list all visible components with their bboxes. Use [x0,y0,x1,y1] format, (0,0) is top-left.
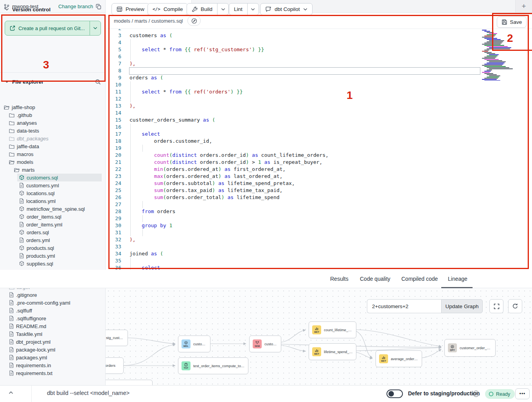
file-item-README.md[interactable]: README.md [7,322,102,330]
file-item-dbt_packages[interactable]: dbt_packages [7,135,102,142]
minimap-line [484,66,506,67]
file-item-.github[interactable]: .github [7,111,102,119]
lineage-selector-input[interactable] [367,299,441,313]
lineage-node-stg_customers[interactable]: MDLstg_customers [106,330,128,346]
chevron-down-icon[interactable] [90,21,101,35]
file-item-requirements.txt[interactable]: requirements.txt [7,369,102,377]
file-item-label: jaffle-data [17,144,39,149]
chevron-down-icon [5,80,9,83]
lineage-node-customer_order_metrics[interactable]: QRYcustomer_order_metrics [444,339,496,357]
ready-circle-icon [489,391,494,397]
file-item-orders.sql[interactable]: orders.sql [17,228,102,236]
file-item-jaffle-data[interactable]: jaffle-data [7,142,102,150]
file-item-supplies.sql[interactable]: supplies.sql [17,260,102,267]
file-item-label: customers.sql [27,175,58,181]
file-item-order_items.yml[interactable]: order_items.yml [17,221,102,228]
external-link-icon [10,25,15,31]
build-dropdown-chevron-icon[interactable] [217,4,228,15]
minimap-line [484,38,497,39]
indent-guide [142,215,143,222]
file-item-label: macros [17,151,34,157]
code-line: select * from {{ ref('stg_customers') }} [129,46,264,53]
file-item-package-lock.yml[interactable]: package-lock.yml [7,346,102,354]
code-line: select [129,131,160,138]
create-pull-request-button[interactable]: Create a pull request on Git... [5,21,101,36]
minimap-line [482,72,490,73]
doc-icon [19,183,24,188]
help-icon[interactable]: ? [473,391,479,397]
compile-button[interactable]: </>Compile [147,3,188,15]
lint-button[interactable]: Lint [229,3,259,15]
status-badge[interactable]: Ready [485,389,515,399]
copilot-icon[interactable] [187,16,201,26]
save-button[interactable]: Save [497,16,527,28]
line-number: 16 [106,124,121,131]
lint-dropdown-chevron-icon[interactable] [247,4,259,15]
tab-code-quality[interactable]: Code quality [360,270,390,288]
file-explorer-section[interactable]: File explorer [0,75,106,88]
file-item-.sqlfluff[interactable]: .sqlfluff [7,307,102,314]
minimap-line [489,68,513,69]
lineage-node-customers[interactable]: SEMcustomers [249,336,281,352]
file-item-label: dbt_project.yml [16,339,50,345]
code-editor[interactable]: 23customers as (45 select * from {{ ref(… [106,29,532,270]
defer-toggle[interactable] [386,389,403,398]
file-item-orders.yml[interactable]: orders.yml [17,236,102,244]
tab-lineage[interactable]: Lineage [448,270,467,288]
file-item-customers.yml[interactable]: customers.yml [17,181,102,189]
file-item-jaffle-shop[interactable]: jaffle-shop [2,103,102,111]
line-number: 21 [106,159,121,166]
file-item-metricflow_time_spine.sql[interactable]: metricflow_time_spine.sql [17,205,102,213]
file-item-macros[interactable]: macros [7,150,102,158]
file-item-locations.sql[interactable]: locations.sql [17,189,102,197]
minimap-line [489,54,499,55]
lineage-node-test_order_items_compute_to_bools...[interactable]: TSTtest_order_items_compute_to_bools... [178,357,248,374]
collapse-chevron-icon[interactable] [9,391,13,394]
code-line: sum(orders.subtotal) as lifetime_spend_p… [129,180,295,187]
file-item-analyses[interactable]: analyses [7,119,102,127]
editor-minimap[interactable] [482,30,515,81]
file-item-label: jaffle-shop [12,104,35,110]
file-item-.gitignore[interactable]: .gitignore [7,291,102,299]
plus-icon: + [521,2,526,11]
lineage-node-orders[interactable]: MDLorders [106,357,124,374]
file-item-products.yml[interactable]: products.yml [17,252,102,260]
lineage-node-lifetime_spend_pretax[interactable]: METlifetime_spend_pretax [309,343,356,360]
lineage-node-customers[interactable]: MDLcustomers [178,336,210,352]
file-item-packages.yml[interactable]: packages.yml [7,354,102,361]
file-item-products.sql[interactable]: products.sql [17,244,102,252]
build-button[interactable]: Build [187,3,229,15]
file-item-data-tests[interactable]: data-tests [7,127,102,135]
file-item-locations.yml[interactable]: locations.yml [17,197,102,205]
lineage-node-partial[interactable] [106,380,153,385]
dbt-copilot-button[interactable]: dbt Copilot [260,3,313,15]
model-icon [19,206,24,212]
tab-results[interactable]: Results [330,270,349,288]
file-item-marts[interactable]: marts [12,166,102,174]
file-item-.sqlfluffignore[interactable]: .sqlfluffignore [7,314,102,322]
file-item-requirements.in[interactable]: requirements.in [7,361,102,369]
file-item-order_items.sql[interactable]: order_items.sql [17,213,102,221]
file-item-.pre-commit-config.yaml[interactable]: .pre-commit-config.yaml [7,299,102,307]
preview-button[interactable]: Preview [111,3,149,15]
lineage-panel[interactable]: MDLstg_customersMDLordersMDLcustomersTST… [106,288,532,385]
more-options-button[interactable]: ••• [515,388,530,399]
copilot-chat-icon [265,6,271,12]
file-item-models[interactable]: models [7,158,102,166]
lineage-node-average_order_value[interactable]: METaverage_order_value [376,350,422,367]
indent-guide [130,229,131,236]
file-item-customers.sql[interactable]: customers.sql [17,174,102,181]
version-control-section[interactable]: Version control [0,3,106,16]
lineage-node-count_lifetime_orders[interactable]: METcount_lifetime_orders [309,321,356,338]
file-item-dbt_project.yml[interactable]: dbt_project.yml [7,338,102,346]
file-item-Taskfile.yml[interactable]: Taskfile.yml [7,330,102,338]
search-icon[interactable] [95,79,101,85]
new-tab-button[interactable]: + [515,0,532,13]
update-graph-button[interactable]: Update Graph [441,299,483,313]
lineage-node-label: lifetime_spend_pretax [324,350,353,354]
tab-compiled-code[interactable]: Compiled code [401,270,438,288]
file-item-label: marts [22,167,35,173]
refresh-icon[interactable] [508,299,522,313]
fullscreen-icon[interactable] [489,299,503,313]
folderOpen-icon [4,105,9,110]
